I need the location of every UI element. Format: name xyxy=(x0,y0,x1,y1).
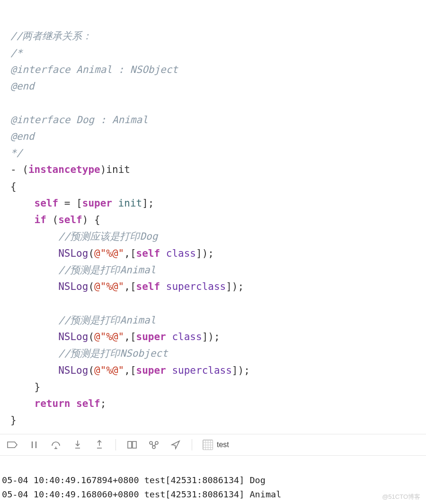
nslog-call: NSLog xyxy=(58,331,88,342)
svg-point-4 xyxy=(152,446,155,449)
method-call: class xyxy=(166,248,196,259)
comment-line: //预测应该是打印Dog xyxy=(58,231,158,242)
comment-line: //预测是打印Animal xyxy=(58,264,156,276)
brace-close: } xyxy=(10,414,17,426)
app-grid-icon xyxy=(203,440,213,450)
keyword-self: self xyxy=(35,198,59,209)
nslog-call: NSLog xyxy=(58,248,88,259)
method-call: superclass xyxy=(166,281,226,292)
separator xyxy=(115,439,116,450)
code-token: ( xyxy=(88,281,94,292)
pause-icon[interactable] xyxy=(28,439,40,450)
code-token: ( xyxy=(88,365,94,376)
debug-view-icon[interactable] xyxy=(126,439,138,450)
keyword-self: self xyxy=(76,398,100,409)
brace-open: { xyxy=(10,181,17,192)
keyword-return: return xyxy=(35,398,71,409)
svg-rect-1 xyxy=(133,441,136,448)
comment-line: @interface Dog : Animal xyxy=(10,114,148,126)
watermark: @51CTO博客 xyxy=(382,493,420,501)
memory-graph-icon[interactable] xyxy=(148,439,160,450)
code-editor[interactable]: //两者继承关系： /* @interface Animal : NSObjec… xyxy=(0,0,426,434)
code-token: - xyxy=(10,164,17,175)
comment-line: @end xyxy=(10,131,35,142)
keyword-instancetype: instancetype xyxy=(28,164,100,175)
keyword-self: self xyxy=(136,248,160,259)
location-icon[interactable] xyxy=(170,439,181,450)
step-over-icon[interactable] xyxy=(50,439,62,450)
string-literal: @"%@" xyxy=(94,248,124,259)
code-token: ) { xyxy=(82,214,100,225)
keyword-super: super xyxy=(136,331,166,342)
keyword-super: super xyxy=(82,198,112,209)
method-call: class xyxy=(172,331,202,342)
console-output[interactable]: 05-04 10:40:49.167894+0800 test[42531:80… xyxy=(0,456,426,504)
brace-close: } xyxy=(35,381,41,393)
scheme-name: test xyxy=(217,441,229,449)
code-token xyxy=(112,198,118,209)
keyword-self: self xyxy=(58,214,82,225)
string-literal: @"%@" xyxy=(94,331,124,342)
console-line: 05-04 10:40:49.167894+0800 test[42531:80… xyxy=(2,475,266,485)
comment-line: //两者继承关系： xyxy=(10,30,92,42)
keyword-self: self xyxy=(136,281,160,292)
comment-line: //预测是打印NSobject xyxy=(58,348,168,359)
code-token: ]); xyxy=(196,248,214,259)
string-literal: @"%@" xyxy=(94,281,124,292)
keyword-super: super xyxy=(136,365,166,376)
comment-line: //预测是打印Animal xyxy=(58,315,156,326)
svg-rect-0 xyxy=(128,441,132,448)
nslog-call: NSLog xyxy=(58,365,88,376)
code-token: ]); xyxy=(232,365,250,376)
code-token: ; xyxy=(100,398,106,409)
debug-toolbar: test xyxy=(0,434,426,456)
comment-line: @interface Animal : NSObject xyxy=(10,64,178,75)
code-token: = [ xyxy=(58,198,82,209)
step-into-icon[interactable] xyxy=(72,439,83,450)
code-token: ,[ xyxy=(124,331,136,342)
code-token: ,[ xyxy=(124,281,136,292)
code-token: ]); xyxy=(226,281,244,292)
comment-line: */ xyxy=(10,147,22,159)
string-literal: @"%@" xyxy=(94,365,124,376)
code-token: ]); xyxy=(202,331,220,342)
comment-line: @end xyxy=(10,81,35,92)
code-token: ,[ xyxy=(124,365,136,376)
code-token: ( xyxy=(22,164,28,175)
separator xyxy=(192,439,192,450)
method-name: init xyxy=(106,164,130,175)
step-out-icon[interactable] xyxy=(94,439,105,450)
code-token: ) xyxy=(100,164,106,175)
method-call: init xyxy=(118,198,142,209)
nslog-call: NSLog xyxy=(58,281,88,292)
comment-line: /* xyxy=(10,47,22,59)
console-line: 05-04 10:40:49.168060+0800 test[42531:80… xyxy=(2,489,281,499)
breakpoint-toggle-icon[interactable] xyxy=(7,439,18,450)
scheme-selector[interactable]: test xyxy=(203,440,229,450)
code-token: ( xyxy=(88,248,94,259)
keyword-if: if xyxy=(35,214,46,225)
method-call: superclass xyxy=(172,365,231,376)
code-token: ]; xyxy=(142,198,154,209)
code-token: ( xyxy=(46,214,58,225)
code-token: ,[ xyxy=(124,248,136,259)
code-token: ( xyxy=(88,331,94,342)
